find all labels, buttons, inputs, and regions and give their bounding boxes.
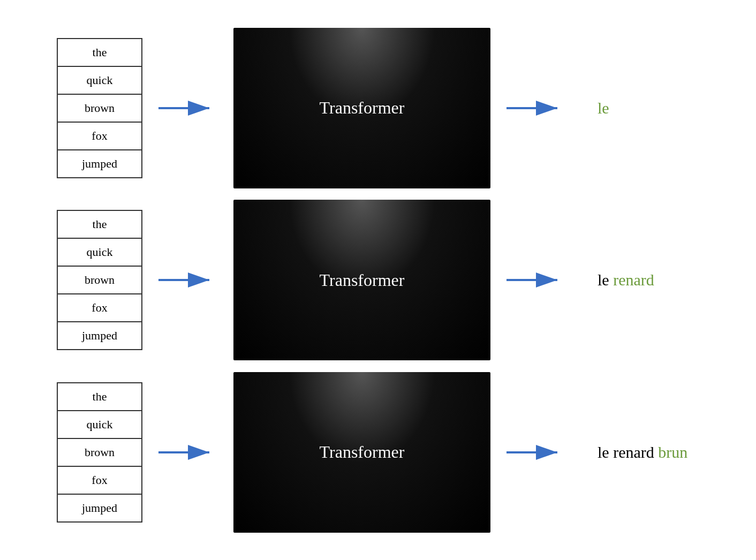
output-text-2: le renard [598, 271, 654, 289]
output-arrow-2 [506, 270, 565, 290]
transformer-box-3: Transformer [233, 372, 490, 533]
word-cell: brown [57, 266, 142, 294]
word-cell: quick [57, 66, 142, 94]
word-list-1: the quick brown fox jumped [57, 38, 142, 178]
transformer-box-1: Transformer [233, 28, 490, 188]
word-cell: quick [57, 238, 142, 266]
word-cell: jumped [57, 322, 142, 350]
output-normal-text-2: le [598, 271, 613, 289]
diagram-row-2: the quick brown fox jumped Transformer [57, 200, 699, 360]
output-arrow-3 [506, 443, 565, 462]
word-cell: quick [57, 411, 142, 438]
word-cell: the [57, 210, 142, 238]
output-arrow-1 [506, 99, 565, 118]
transformer-box-2: Transformer [233, 200, 490, 360]
input-arrow-1 [158, 99, 217, 118]
diagram-row-3: the quick brown fox jumped Transformer [57, 372, 699, 533]
word-cell: jumped [57, 150, 142, 178]
input-arrow-3 [158, 443, 217, 462]
output-green-text-1: le [598, 99, 609, 117]
word-cell: jumped [57, 494, 142, 522]
output-text-3: le renard brun [598, 443, 687, 461]
word-cell: the [57, 383, 142, 411]
word-cell: fox [57, 294, 142, 322]
word-list-2: the quick brown fox jumped [57, 210, 142, 350]
word-cell: brown [57, 438, 142, 466]
output-text-1: le [598, 99, 609, 117]
word-cell: fox [57, 122, 142, 150]
transformer-label-3: Transformer [320, 442, 405, 462]
output-green-text-2: renard [613, 271, 654, 289]
transformer-label-1: Transformer [320, 98, 405, 118]
word-cell: fox [57, 466, 142, 494]
word-cell: brown [57, 94, 142, 122]
output-normal-text-3: le renard [598, 443, 658, 461]
word-cell: the [57, 39, 142, 66]
diagram-row-1: the quick brown fox jumped Transformer [57, 28, 699, 188]
output-green-text-3: brun [658, 443, 687, 461]
input-arrow-2 [158, 270, 217, 290]
word-list-3: the quick brown fox jumped [57, 382, 142, 523]
transformer-label-2: Transformer [320, 270, 405, 290]
